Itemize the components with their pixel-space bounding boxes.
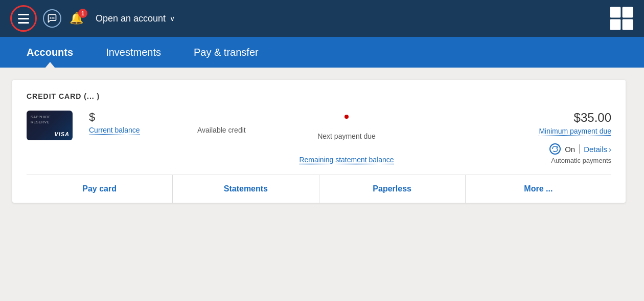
more-button[interactable]: More ... bbox=[466, 175, 611, 203]
card-actions: Pay card Statements Paperless More ... bbox=[27, 175, 611, 203]
nav-investments-label: Investments bbox=[106, 47, 161, 58]
top-header: 🔔 1 Open an account ∨ bbox=[0, 0, 644, 37]
statements-label: Statements bbox=[224, 184, 268, 193]
menu-button[interactable] bbox=[10, 5, 37, 32]
chase-logo bbox=[609, 6, 634, 31]
automatic-payments-label: Automatic payments bbox=[499, 157, 611, 164]
pay-card-button[interactable]: Pay card bbox=[27, 175, 173, 203]
card-body: VISA $ Current balance Available credit … bbox=[27, 111, 611, 164]
main-content: CREDIT CARD (... ) VISA $ Current balanc… bbox=[0, 68, 644, 215]
nav-pay-transfer-label: Pay & transfer bbox=[194, 47, 259, 58]
open-account-label: Open an account bbox=[96, 13, 166, 24]
paperless-label: Paperless bbox=[373, 184, 411, 193]
next-payment-label: Next payment due bbox=[295, 132, 398, 140]
balance-section: $ Current balance bbox=[89, 111, 181, 134]
notification-badge: 1 bbox=[78, 9, 87, 18]
credit-card-image: VISA bbox=[27, 111, 73, 140]
currency-symbol: $ bbox=[89, 111, 95, 124]
available-credit-label: Available credit bbox=[197, 126, 279, 134]
red-dot-indicator bbox=[344, 115, 349, 119]
current-balance-label[interactable]: Current balance bbox=[89, 126, 181, 134]
statements-button[interactable]: Statements bbox=[173, 175, 319, 203]
svg-rect-6 bbox=[623, 19, 633, 30]
nav-item-pay-transfer[interactable]: Pay & transfer bbox=[177, 37, 275, 68]
min-payment-amount: $35.00 bbox=[499, 111, 611, 125]
nav-item-accounts[interactable]: Accounts bbox=[10, 37, 89, 68]
autopay-icon bbox=[549, 143, 561, 155]
details-link[interactable]: Details › bbox=[584, 145, 611, 154]
details-label: Details bbox=[584, 145, 607, 154]
paperless-button[interactable]: Paperless bbox=[319, 175, 466, 203]
available-section: Available credit bbox=[197, 111, 279, 134]
card-title: CREDIT CARD (... ) bbox=[27, 92, 611, 100]
svg-rect-5 bbox=[610, 19, 621, 30]
autopay-row: On Details › bbox=[499, 143, 611, 155]
menu-line-1 bbox=[18, 14, 29, 15]
details-chevron-icon: › bbox=[609, 145, 611, 154]
pay-card-label: Pay card bbox=[82, 184, 117, 193]
svg-rect-4 bbox=[623, 7, 633, 18]
chevron-down-icon: ∨ bbox=[170, 14, 175, 23]
nav-accounts-label: Accounts bbox=[27, 47, 73, 58]
nav-bar: Accounts Investments Pay & transfer bbox=[0, 37, 644, 68]
nav-item-investments[interactable]: Investments bbox=[89, 37, 177, 68]
min-payment-section: $35.00 Minimum payment due On Details bbox=[499, 111, 611, 164]
vertical-divider bbox=[579, 144, 580, 154]
balance-amount: $ bbox=[89, 111, 181, 124]
more-label: More ... bbox=[524, 184, 553, 193]
chat-icon[interactable] bbox=[43, 9, 61, 28]
autopay-status: On bbox=[565, 145, 575, 154]
menu-line-3 bbox=[18, 22, 29, 24]
notification-button[interactable]: 🔔 1 bbox=[70, 12, 83, 25]
next-payment-section: Next payment due Remaining statement bal… bbox=[295, 111, 398, 164]
account-card: CREDIT CARD (... ) VISA $ Current balanc… bbox=[12, 80, 626, 203]
menu-line-2 bbox=[18, 18, 29, 19]
svg-rect-3 bbox=[610, 7, 621, 18]
open-account-button[interactable]: Open an account ∨ bbox=[96, 13, 175, 24]
visa-logo: VISA bbox=[54, 131, 70, 137]
remaining-statement-label[interactable]: Remaining statement balance bbox=[299, 156, 394, 164]
min-payment-label[interactable]: Minimum payment due bbox=[499, 127, 611, 135]
